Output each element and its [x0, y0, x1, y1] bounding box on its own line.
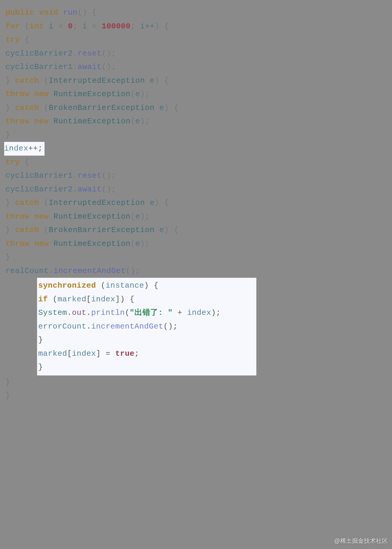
highlight-region: index++; — [4, 142, 45, 156]
code-line-highlighted: index++; — [5, 142, 387, 156]
code-line: realCount.incrementAndGet(); — [5, 264, 387, 278]
code-editor: public void run() { for (int i = 0; i < … — [0, 0, 392, 409]
code-line: cyclicBarrier1.await(); — [5, 60, 387, 74]
code-line: } — [38, 361, 256, 374]
code-line: } catch (BrokenBarrierException e) { — [5, 223, 387, 237]
code-line: try { — [5, 33, 387, 47]
code-line: } — [5, 128, 387, 142]
keyword: public void — [5, 8, 58, 17]
method-name: run — [63, 8, 77, 17]
code-line: marked[index] = true; — [38, 347, 256, 361]
code-line: throw new RuntimeException(e); — [5, 237, 387, 251]
code-line: } — [5, 251, 387, 264]
code-line: errorCount.incrementAndGet(); — [38, 320, 256, 334]
code-line: public void run() { — [5, 6, 387, 20]
code-line: System.out.println("出错了: " + index); — [38, 306, 256, 320]
watermark: @稀土掘金技术社区 — [334, 536, 388, 546]
code-line: cyclicBarrier1.reset(); — [5, 169, 387, 183]
code-line: throw new RuntimeException(e); — [5, 88, 387, 101]
code-line: try { — [5, 156, 387, 169]
code-line: } catch (InterruptedException e) { — [5, 196, 387, 210]
code-line: throw new RuntimeException(e); — [5, 210, 387, 224]
code-line: } catch (InterruptedException e) { — [5, 74, 387, 88]
code-line: cyclicBarrier2.reset(); — [5, 47, 387, 61]
code-line: synchronized (instance) { — [38, 279, 256, 293]
type: int — [30, 22, 44, 31]
code-line: cyclicBarrier2.await(); — [5, 183, 387, 197]
code-line: } — [38, 333, 256, 347]
keyword: try — [5, 35, 20, 44]
code-line: } catch (BrokenBarrierException e) { — [5, 101, 387, 115]
code-line: for (int i = 0; i < 100000; i++) { — [5, 20, 387, 33]
highlight-region: synchronized (instance) { if (marked[ind… — [37, 278, 256, 375]
code-line: } — [5, 389, 387, 403]
code-line: throw new RuntimeException(e); — [5, 115, 387, 128]
code-line: } — [5, 375, 387, 389]
code-line: if (marked[index]) { — [38, 293, 256, 306]
keyword: for — [5, 22, 20, 31]
